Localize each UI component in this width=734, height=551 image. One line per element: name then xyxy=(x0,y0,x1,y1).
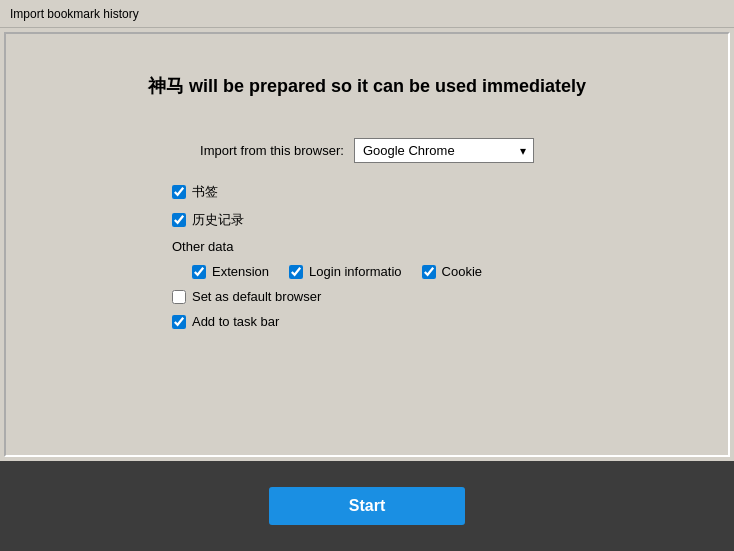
page-heading: 神马 will be prepared so it can be used im… xyxy=(148,74,586,98)
browser-select-wrapper: Google Chrome Firefox Microsoft Edge Int… xyxy=(354,138,534,163)
login-info-label: Login informatio xyxy=(309,264,402,279)
login-info-checkbox[interactable] xyxy=(289,265,303,279)
taskbar-checkbox[interactable] xyxy=(172,315,186,329)
start-button[interactable]: Start xyxy=(269,487,465,525)
bookmarks-checkbox[interactable] xyxy=(172,185,186,199)
taskbar-row: Add to task bar xyxy=(172,314,482,329)
title-bar-text: Import bookmark history xyxy=(10,7,139,21)
browser-select[interactable]: Google Chrome Firefox Microsoft Edge Int… xyxy=(354,138,534,163)
sub-checkboxes-row: Extension Login informatio Cookie xyxy=(192,264,482,279)
title-bar: Import bookmark history xyxy=(0,0,734,28)
cookie-label: Cookie xyxy=(442,264,482,279)
history-row: 历史记录 xyxy=(172,211,482,229)
other-data-label: Other data xyxy=(172,239,233,254)
default-browser-label: Set as default browser xyxy=(192,289,321,304)
default-browser-row: Set as default browser xyxy=(172,289,482,304)
extension-label: Extension xyxy=(212,264,269,279)
import-browser-label: Import from this browser: xyxy=(200,143,344,158)
extension-row: Extension xyxy=(192,264,269,279)
login-info-row: Login informatio xyxy=(289,264,402,279)
checkboxes-area: 书签 历史记录 Other data Extension Login infor xyxy=(172,183,482,329)
other-data-row: Other data xyxy=(172,239,482,254)
cookie-checkbox[interactable] xyxy=(422,265,436,279)
main-content: 神马 will be prepared so it can be used im… xyxy=(4,32,730,457)
taskbar-label: Add to task bar xyxy=(192,314,279,329)
default-browser-checkbox[interactable] xyxy=(172,290,186,304)
history-label: 历史记录 xyxy=(192,211,244,229)
import-browser-row: Import from this browser: Google Chrome … xyxy=(200,138,534,163)
form-area: Import from this browser: Google Chrome … xyxy=(26,138,708,329)
extension-checkbox[interactable] xyxy=(192,265,206,279)
footer: Start xyxy=(0,461,734,551)
bookmarks-label: 书签 xyxy=(192,183,218,201)
cookie-row: Cookie xyxy=(422,264,482,279)
history-checkbox[interactable] xyxy=(172,213,186,227)
bookmarks-row: 书签 xyxy=(172,183,482,201)
